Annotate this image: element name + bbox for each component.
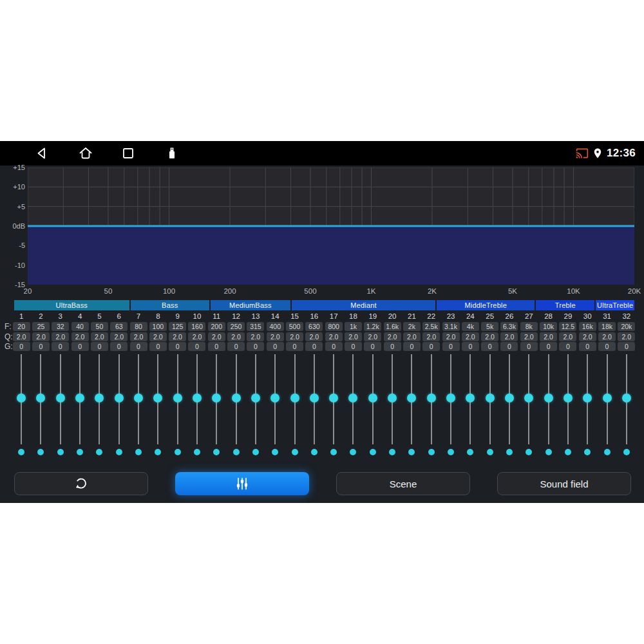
home-icon[interactable] [78, 146, 93, 161]
band-17-frequency-value[interactable]: 800 [325, 322, 343, 331]
band-23-q-value[interactable]: 2.0 [442, 332, 460, 341]
band-7-q-value[interactable]: 2.0 [130, 332, 147, 341]
band-6-slider[interactable] [109, 354, 129, 457]
band-9-q-value[interactable]: 2.0 [169, 332, 186, 341]
band-14-gain-value[interactable]: 0 [267, 342, 284, 351]
band-18-slider[interactable] [343, 354, 363, 457]
band-19-frequency-value[interactable]: 1.2k [364, 322, 381, 331]
band-13-q-value[interactable]: 2.0 [247, 332, 264, 341]
band-4-q-value[interactable]: 2.0 [71, 332, 89, 341]
band-2-slider[interactable] [31, 354, 50, 457]
band-11-slider[interactable] [207, 354, 226, 457]
slider-thumb[interactable] [153, 393, 162, 402]
band-30-slider[interactable] [578, 354, 597, 457]
band-7-slider[interactable] [129, 354, 148, 457]
band-12-frequency-value[interactable]: 250 [227, 322, 245, 331]
band-group-mediant[interactable]: Mediant [292, 300, 435, 310]
band-group-ultratreble[interactable]: UltraTreble [596, 300, 634, 310]
band-20-frequency-value[interactable]: 1.6k [384, 322, 401, 331]
band-2-gain-value[interactable]: 0 [32, 342, 50, 351]
band-3-slider[interactable] [51, 354, 70, 457]
band-1-slider[interactable] [12, 354, 31, 457]
band-10-q-value[interactable]: 2.0 [188, 332, 205, 341]
band-8-slider[interactable] [148, 354, 167, 457]
band-5-frequency-value[interactable]: 50 [91, 322, 108, 331]
band-13-gain-value[interactable]: 0 [247, 342, 264, 351]
band-32-q-value[interactable]: 2.0 [618, 332, 635, 341]
band-26-slider[interactable] [500, 354, 519, 457]
band-21-slider[interactable] [402, 354, 421, 457]
band-14-q-value[interactable]: 2.0 [267, 332, 284, 341]
band-15-q-value[interactable]: 2.0 [286, 332, 303, 341]
slider-thumb[interactable] [193, 393, 202, 402]
band-9-frequency-value[interactable]: 125 [169, 322, 186, 331]
band-32-slider[interactable] [617, 354, 636, 457]
slider-thumb[interactable] [407, 393, 416, 402]
band-14-slider[interactable] [265, 354, 285, 457]
slider-thumb[interactable] [486, 393, 495, 402]
band-31-frequency-value[interactable]: 18k [598, 322, 616, 331]
usb-drive-icon[interactable] [164, 146, 180, 161]
band-14-frequency-value[interactable]: 400 [267, 322, 284, 331]
slider-thumb[interactable] [348, 393, 357, 402]
sound-field-button[interactable]: Sound field [497, 472, 631, 495]
band-7-frequency-value[interactable]: 80 [130, 322, 147, 331]
band-30-frequency-value[interactable]: 16k [579, 322, 596, 331]
slider-thumb[interactable] [603, 393, 612, 402]
band-27-q-value[interactable]: 2.0 [520, 332, 538, 341]
band-21-q-value[interactable]: 2.0 [403, 332, 421, 341]
band-19-slider[interactable] [363, 354, 383, 457]
band-31-slider[interactable] [597, 354, 616, 457]
band-12-q-value[interactable]: 2.0 [227, 332, 245, 341]
band-22-q-value[interactable]: 2.0 [422, 332, 440, 341]
back-icon[interactable] [34, 146, 50, 161]
band-29-gain-value[interactable]: 0 [559, 342, 576, 351]
band-25-frequency-value[interactable]: 5k [481, 322, 498, 331]
slider-thumb[interactable] [544, 393, 553, 402]
band-20-gain-value[interactable]: 0 [384, 342, 401, 351]
band-9-slider[interactable] [168, 354, 187, 457]
band-32-frequency-value[interactable]: 20k [618, 322, 635, 331]
band-5-slider[interactable] [90, 354, 109, 457]
slider-thumb[interactable] [427, 393, 436, 402]
band-26-q-value[interactable]: 2.0 [500, 332, 518, 341]
band-29-q-value[interactable]: 2.0 [559, 332, 576, 341]
band-2-frequency-value[interactable]: 25 [32, 322, 50, 331]
band-31-q-value[interactable]: 2.0 [598, 332, 616, 341]
slider-thumb[interactable] [134, 393, 143, 402]
band-18-frequency-value[interactable]: 1k [345, 322, 362, 331]
band-29-slider[interactable] [558, 354, 578, 457]
slider-thumb[interactable] [251, 393, 260, 402]
band-group-treble[interactable]: Treble [536, 300, 594, 310]
band-group-ultrabass[interactable]: UltraBass [14, 300, 129, 310]
slider-thumb[interactable] [95, 393, 104, 402]
band-3-gain-value[interactable]: 0 [52, 342, 69, 351]
slider-thumb[interactable] [466, 393, 475, 402]
recents-icon[interactable] [120, 146, 136, 161]
slider-thumb[interactable] [524, 393, 533, 402]
band-6-frequency-value[interactable]: 63 [110, 322, 128, 331]
band-8-gain-value[interactable]: 0 [149, 342, 167, 351]
band-28-gain-value[interactable]: 0 [540, 342, 557, 351]
slider-thumb[interactable] [505, 393, 514, 402]
band-group-bass[interactable]: Bass [131, 300, 209, 310]
band-25-q-value[interactable]: 2.0 [481, 332, 498, 341]
band-13-frequency-value[interactable]: 315 [247, 322, 264, 331]
band-19-q-value[interactable]: 2.0 [364, 332, 381, 341]
band-20-q-value[interactable]: 2.0 [384, 332, 401, 341]
band-11-frequency-value[interactable]: 200 [208, 322, 225, 331]
band-4-slider[interactable] [70, 354, 90, 457]
band-24-q-value[interactable]: 2.0 [462, 332, 479, 341]
band-4-frequency-value[interactable]: 40 [71, 322, 89, 331]
band-26-frequency-value[interactable]: 6.3k [500, 322, 518, 331]
band-group-mediumbass[interactable]: MediumBass [211, 300, 290, 310]
band-15-slider[interactable] [285, 354, 304, 457]
band-2-q-value[interactable]: 2.0 [32, 332, 50, 341]
band-24-slider[interactable] [460, 354, 480, 457]
band-21-gain-value[interactable]: 0 [403, 342, 421, 351]
band-27-gain-value[interactable]: 0 [520, 342, 538, 351]
slider-thumb[interactable] [583, 393, 592, 402]
band-22-gain-value[interactable]: 0 [422, 342, 440, 351]
band-23-frequency-value[interactable]: 3.1k [442, 322, 460, 331]
band-25-slider[interactable] [480, 354, 500, 457]
